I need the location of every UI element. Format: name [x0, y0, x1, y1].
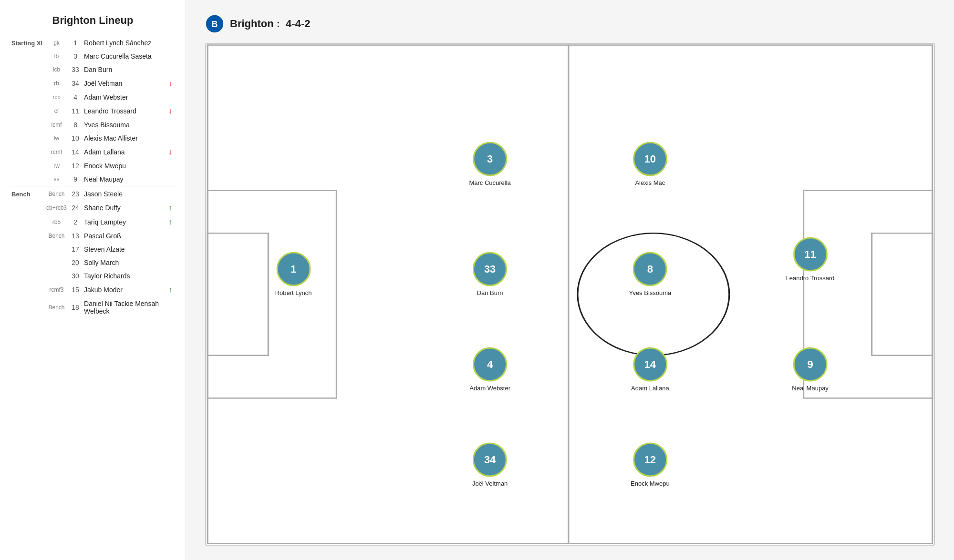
no-icon	[165, 229, 176, 243]
lineup-name: Tariq Lamptey	[82, 215, 165, 229]
lineup-position: Bench	[44, 229, 69, 243]
lineup-number: 24	[69, 201, 82, 215]
lineup-section	[10, 283, 44, 297]
no-icon	[165, 256, 176, 269]
panel-title: Brighton Lineup	[10, 14, 176, 27]
lineup-section	[10, 297, 44, 318]
lineup-name: Neal Maupay	[82, 173, 165, 186]
lineup-name: Joël Veltman	[82, 76, 165, 91]
player-name-label: Adam Lallana	[631, 385, 669, 392]
substitution-in-icon: ↑	[165, 283, 176, 297]
lineup-name: Shane Duffy	[82, 201, 165, 215]
player-name-label: Leandro Trossard	[786, 274, 835, 281]
lineup-position	[44, 256, 69, 269]
lineup-section	[10, 76, 44, 91]
lineup-section	[10, 243, 44, 256]
lineup-section	[10, 63, 44, 76]
lineup-number: 15	[69, 283, 82, 297]
player-node: 3Marc Cucurella	[469, 142, 510, 186]
lineup-name: Adam Webster	[82, 91, 165, 104]
lineup-section	[10, 256, 44, 269]
no-icon	[165, 297, 176, 318]
player-number-circle: 4	[473, 347, 507, 382]
player-node: 33Dan Burn	[473, 252, 507, 296]
player-node: 4Adam Webster	[469, 347, 510, 392]
svg-text:B: B	[212, 20, 218, 29]
player-node: 1Robert Lynch	[275, 252, 312, 296]
no-icon	[165, 132, 176, 145]
player-node: 9Neal Maupay	[792, 347, 829, 392]
substitution-in-icon: ↑	[165, 201, 176, 215]
lineup-section	[10, 173, 44, 186]
lineup-number: 13	[69, 229, 82, 243]
lineup-number: 2	[69, 215, 82, 229]
lineup-name: Taylor Richards	[82, 269, 165, 283]
lineup-section: Bench	[10, 186, 44, 201]
lineup-name: Jason Steele	[82, 186, 165, 201]
lineup-section	[10, 91, 44, 104]
lineup-section	[10, 159, 44, 173]
player-number-circle: 9	[793, 347, 828, 382]
no-icon	[165, 50, 176, 63]
lineup-name: Jakub Moder	[82, 283, 165, 297]
pitch-lines-svg	[206, 44, 934, 545]
player-node: 34Joël Veltman	[472, 442, 508, 487]
lineup-name: Marc Cucurella Saseta	[82, 50, 165, 63]
lineup-position: Bench	[44, 297, 69, 318]
lineup-position: cb+rcb3	[44, 201, 69, 215]
pitch-field: 1Robert Lynch3Marc Cucurella10Alexis Mac…	[205, 43, 935, 546]
svg-rect-5	[207, 233, 268, 355]
player-name-label: Marc Cucurella	[469, 179, 510, 186]
lineup-position: lcb	[44, 63, 69, 76]
lineup-position: rb5	[44, 215, 69, 229]
lineup-number: 12	[69, 159, 82, 173]
pitch-panel: B Brighton : 4-4-2 1Robert Lynch3Marc Cu…	[186, 0, 954, 560]
lineup-position	[44, 243, 69, 256]
lineup-number: 33	[69, 63, 82, 76]
no-icon	[165, 186, 176, 201]
lineup-number: 14	[69, 145, 82, 159]
lineup-position	[44, 269, 69, 283]
no-icon	[165, 91, 176, 104]
lineup-section	[10, 201, 44, 215]
lineup-position: ss	[44, 173, 69, 186]
lineup-number: 10	[69, 132, 82, 145]
lineup-position: cf	[44, 104, 69, 118]
lineup-position: lw	[44, 132, 69, 145]
no-icon	[165, 36, 176, 50]
lineup-name: Solly March	[82, 256, 165, 269]
lineup-section	[10, 269, 44, 283]
lineup-position: rw	[44, 159, 69, 173]
lineup-name: Dan Burn	[82, 63, 165, 76]
player-name-label: Enock Mwepu	[631, 479, 670, 487]
player-number-circle: 1	[276, 252, 311, 286]
no-icon	[165, 173, 176, 186]
lineup-number: 9	[69, 173, 82, 186]
player-number-circle: 12	[633, 442, 667, 477]
lineup-section: Starting XI	[10, 36, 44, 50]
lineup-number: 3	[69, 50, 82, 63]
lineup-section	[10, 50, 44, 63]
no-icon	[165, 159, 176, 173]
lineup-number: 4	[69, 91, 82, 104]
substitution-in-icon: ↑	[165, 215, 176, 229]
player-name-label: Dan Burn	[477, 289, 503, 296]
lineup-name: Robert Lynch Sánchez	[82, 36, 165, 50]
lineup-section	[10, 104, 44, 118]
lineup-number: 11	[69, 104, 82, 118]
lineup-position: gk	[44, 36, 69, 50]
lineup-section	[10, 215, 44, 229]
team-logo-icon: B	[205, 14, 224, 33]
lineup-name: Leandro Trossard	[82, 104, 165, 118]
lineup-name: Alexis Mac Allister	[82, 132, 165, 145]
lineup-table: Starting XIgk1Robert Lynch Sánchezlb3Mar…	[10, 36, 176, 318]
no-icon	[165, 118, 176, 132]
pitch-formation: 4-4-2	[286, 18, 310, 30]
player-number-circle: 33	[473, 252, 507, 286]
player-name-label: Robert Lynch	[275, 289, 312, 296]
lineup-name: Daniel Nii Tackie Mensah Welbeck	[82, 297, 165, 318]
lineup-section	[10, 145, 44, 159]
no-icon	[165, 269, 176, 283]
player-name-label: Joël Veltman	[472, 479, 508, 487]
lineup-position: lb	[44, 50, 69, 63]
